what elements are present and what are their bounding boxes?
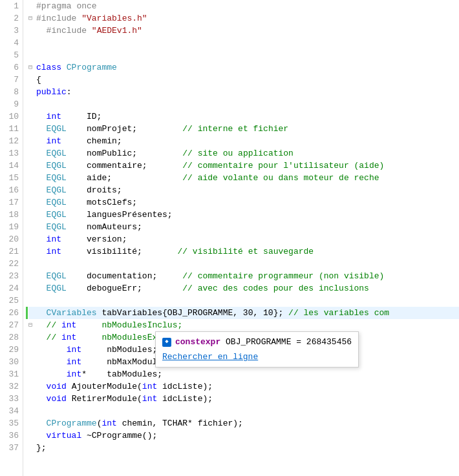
tooltip-constexpr: constexpr: [175, 337, 220, 347]
fold-button[interactable]: ⊟: [28, 319, 36, 331]
line-number: 6: [0, 61, 19, 74]
code-token: idcListe);: [157, 393, 213, 405]
indent-space: [36, 356, 47, 368]
line-number: 36: [0, 429, 19, 442]
code-line: CProgramme(int chemin, TCHAR* fichier);: [28, 417, 459, 429]
code-token: // interne et fichier: [182, 123, 288, 135]
code-editor: 1234567891011121314151617181920212223242…: [0, 0, 459, 476]
line-number: 10: [0, 110, 19, 123]
tooltip-icon: ◆: [162, 338, 171, 347]
code-line: void RetirerModule(int idcListe);: [28, 393, 459, 405]
code-token: nomPublic;: [67, 147, 182, 160]
code-token: nomAuteurs;: [67, 221, 142, 233]
code-token: RetirerModule(: [67, 393, 142, 405]
code-token: #include: [36, 12, 81, 25]
code-token: EQGL: [47, 172, 67, 184]
code-line: #pragma once: [28, 0, 459, 12]
code-token: int: [61, 331, 76, 344]
tooltip-content: constexpr OBJ_PROGRAMME = 268435456: [175, 336, 352, 348]
line-number: 2: [0, 12, 19, 25]
indent-space: [36, 25, 47, 37]
code-token: "Variables.h": [81, 12, 147, 25]
code-token: languesPrésentes;: [67, 209, 173, 221]
indent-space: [36, 331, 47, 344]
code-line: EQGL droits;: [28, 184, 459, 196]
line-number: 30: [0, 356, 19, 368]
indent-space: [36, 368, 47, 380]
fold-button[interactable]: ⊟: [28, 61, 36, 74]
code-token: ID;: [61, 110, 101, 123]
indent-space: [36, 393, 47, 405]
fold-button[interactable]: ⊟: [28, 12, 36, 25]
indent-space: [36, 221, 47, 233]
code-token: CProgramme: [47, 417, 97, 429]
line-number: 3: [0, 25, 19, 37]
code-token: };: [36, 442, 47, 454]
code-token: #include: [47, 25, 92, 37]
line-number: 31: [0, 368, 19, 380]
code-token: chemin;: [61, 135, 122, 147]
code-line: ⊟class CProgramme: [28, 61, 459, 74]
code-token: idcListe);: [157, 380, 213, 393]
code-token: EQGL: [47, 282, 67, 295]
line-number: 33: [0, 393, 19, 405]
code-token: // site ou application: [182, 147, 294, 160]
code-token: EQGL: [47, 196, 67, 209]
code-token: nomProjet;: [67, 123, 182, 135]
code-token: EQGL: [47, 209, 67, 221]
line-number: 20: [0, 233, 19, 245]
code-token: debogueErr;: [67, 282, 182, 295]
line-number: 29: [0, 344, 19, 356]
code-token: class: [36, 61, 67, 74]
code-token: int: [47, 368, 82, 380]
line-numbers: 1234567891011121314151617181920212223242…: [0, 0, 23, 476]
line-number: 16: [0, 184, 19, 196]
code-line: #include "AEDEv1.h": [28, 25, 459, 37]
code-token: * tabModules;: [81, 368, 162, 380]
code-token: EQGL: [47, 221, 67, 233]
line-number: 37: [0, 442, 19, 454]
tooltip-search-link[interactable]: Rechercher en ligne: [162, 351, 352, 363]
indent-space: [36, 282, 47, 295]
line-number: 17: [0, 196, 19, 209]
code-line: ⊟ // int nbModulesInclus;: [28, 319, 459, 331]
code-token: int: [47, 245, 61, 258]
line-number: 35: [0, 417, 19, 429]
indent-space: [36, 380, 47, 393]
tooltip-header: ◆constexpr OBJ_PROGRAMME = 268435456: [162, 336, 352, 348]
code-token: :: [67, 86, 72, 98]
line-number: 14: [0, 160, 19, 172]
code-line: virtual ~CProgramme();: [28, 429, 459, 442]
code-token: {: [36, 74, 41, 86]
code-token: int: [47, 344, 82, 356]
indent-space: [36, 344, 47, 356]
tooltip-obj-name: OBJ_PROGRAMME = 268435456: [226, 337, 352, 347]
line-number: 13: [0, 147, 19, 160]
code-line: [28, 258, 459, 270]
line-number: 21: [0, 245, 19, 258]
indent-space: [36, 184, 47, 196]
code-line: [28, 37, 459, 49]
code-token: visibilité;: [61, 245, 177, 258]
indent-space: [36, 196, 47, 209]
code-line: EQGL nomPublic; // site ou application: [28, 147, 459, 160]
code-token: CProgramme: [67, 61, 117, 74]
hover-tooltip: ◆constexpr OBJ_PROGRAMME = 268435456Rech…: [155, 331, 359, 367]
indent-space: [36, 233, 47, 245]
line-number: 8: [0, 86, 19, 98]
line-number: 27: [0, 319, 19, 331]
code-token: ~CProgramme();: [81, 429, 157, 442]
code-token: EQGL: [47, 123, 67, 135]
code-line: [28, 405, 459, 417]
code-line: EQGL debogueErr; // avec des codes pour …: [28, 282, 459, 295]
code-token: //: [47, 331, 61, 344]
code-line: public:: [28, 86, 459, 98]
indent-space: [36, 160, 47, 172]
code-token: motsClefs;: [67, 196, 137, 209]
line-number: 1: [0, 0, 19, 12]
code-token: EQGL: [47, 160, 67, 172]
indent-space: [36, 417, 47, 429]
code-line: ⊟#include "Variables.h": [28, 12, 459, 25]
code-token: public: [36, 86, 67, 98]
code-token: int: [47, 233, 61, 245]
